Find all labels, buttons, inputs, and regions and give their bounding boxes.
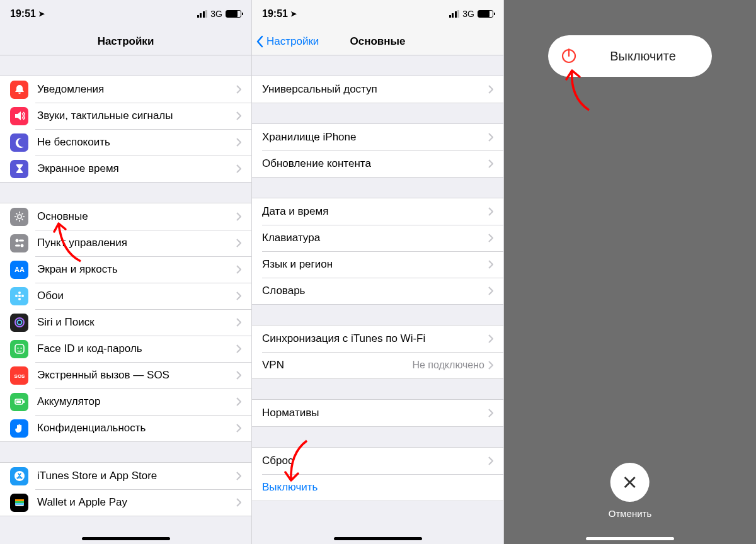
row-label: Дата и время [262, 205, 488, 218]
row-label: Выключить [262, 481, 493, 494]
settings-row-hand[interactable]: Конфиденциальность [0, 415, 251, 441]
row-label: Экранное время [37, 162, 236, 175]
row-label: Нормативы [262, 407, 488, 419]
row-label: Конфиденциальность [37, 422, 236, 434]
row-label: VPN [262, 359, 412, 371]
navbar: Настройки [0, 28, 251, 55]
status-time: 19:51 [262, 8, 288, 20]
settings-group-notifications: УведомленияЗвуки, тактильные сигналыНе б… [0, 76, 251, 183]
general-row[interactable]: Клавиатура [252, 225, 503, 251]
general-row[interactable]: VPNНе подключено [252, 352, 503, 378]
settings-row-switches[interactable]: Пункт управления [0, 230, 251, 256]
row-label: Звуки, тактильные сигналы [37, 110, 236, 122]
signal-icon [449, 10, 460, 18]
row-label: Аккумулятор [37, 395, 236, 408]
switches-icon [10, 234, 28, 252]
cancel-button[interactable] [610, 463, 650, 502]
settings-row-battery[interactable]: Аккумулятор [0, 388, 251, 415]
slide-label: Выключите [587, 49, 712, 64]
page-title: Основные [350, 35, 405, 48]
settings-row-hourglass[interactable]: Экранное время [0, 156, 251, 182]
row-label: Словарь [262, 285, 488, 297]
row-label: Экстренный вызов — SOS [37, 369, 236, 382]
home-indicator [334, 537, 422, 540]
settings-row-gear[interactable]: Основные [0, 203, 251, 230]
general-row[interactable]: Выключить [252, 474, 503, 501]
settings-group-general: ОсновныеПункт управленияЭкран и яркостьО… [0, 203, 251, 442]
general-row[interactable]: Универсальный доступ [252, 76, 503, 103]
settings-row-siri[interactable]: Siri и Поиск [0, 309, 251, 336]
battery-icon [226, 10, 241, 18]
row-label: Уведомления [37, 83, 236, 96]
general-row[interactable]: Нормативы [252, 400, 503, 426]
gear-icon [10, 208, 28, 226]
status-network: 3G [462, 9, 474, 19]
settings-row-aa[interactable]: Экран и яркость [0, 256, 251, 283]
row-label: Язык и регион [262, 258, 488, 271]
page-title: Настройки [98, 35, 154, 48]
settings-row-flower[interactable]: Обои [0, 283, 251, 309]
sos-icon [10, 366, 28, 385]
row-label: iTunes Store и App Store [37, 470, 236, 482]
general-row[interactable]: Язык и регион [252, 251, 503, 278]
row-detail: Не подключено [412, 360, 484, 371]
row-label: Siri и Поиск [37, 316, 236, 329]
row-label: Обновление контента [262, 157, 488, 170]
screen-general: 19:51➤ 3G Настройки Основные Универсальн… [252, 0, 504, 544]
settings-row-wallet[interactable]: Wallet и Apple Pay [0, 489, 251, 516]
power-icon [551, 38, 587, 74]
signal-icon [197, 10, 208, 18]
row-label: Не беспокоить [37, 136, 236, 149]
general-row[interactable]: Сброс [252, 448, 503, 474]
siri-icon [10, 314, 28, 332]
screen-power-off: Выключите Отменить [504, 0, 756, 544]
status-network: 3G [210, 9, 222, 19]
back-label: Настройки [266, 35, 319, 48]
row-label: Обои [37, 290, 236, 302]
location-icon: ➤ [38, 9, 45, 18]
sound-icon [10, 107, 28, 125]
row-label: Хранилище iPhone [262, 131, 488, 144]
back-button[interactable]: Настройки [256, 28, 319, 55]
home-indicator [586, 537, 674, 540]
hand-icon [10, 419, 28, 438]
settings-row-appstore[interactable]: iTunes Store и App Store [0, 463, 251, 489]
settings-row-moon[interactable]: Не беспокоить [0, 129, 251, 156]
general-group-accessibility: Универсальный доступ [252, 76, 503, 103]
battery-icon [478, 10, 493, 18]
general-row[interactable]: Словарь [252, 278, 503, 304]
settings-row-sound[interactable]: Звуки, тактильные сигналы [0, 103, 251, 129]
wallet-icon [10, 494, 28, 512]
general-row[interactable]: Синхронизация с iTunes по Wi-Fi [252, 326, 503, 352]
settings-row-bell[interactable]: Уведомления [0, 76, 251, 103]
settings-row-face[interactable]: Face ID и код-пароль [0, 336, 251, 362]
location-icon: ➤ [290, 9, 297, 18]
row-label: Клавиатура [262, 232, 488, 244]
settings-group-store: iTunes Store и App StoreWallet и Apple P… [0, 462, 251, 516]
face-icon [10, 340, 28, 358]
general-row[interactable]: Обновление контента [252, 150, 503, 177]
row-label: Основные [37, 210, 236, 223]
cancel-label: Отменить [609, 508, 652, 519]
moon-icon [10, 133, 28, 152]
bell-icon [10, 81, 28, 99]
battery-icon [10, 393, 28, 411]
row-label: Универсальный доступ [262, 83, 488, 96]
settings-row-sos[interactable]: Экстренный вызов — SOS [0, 362, 251, 388]
row-label: Синхронизация с iTunes по Wi-Fi [262, 332, 488, 345]
general-group-storage: Хранилище iPhoneОбновление контента [252, 123, 503, 178]
row-label: Пункт управления [37, 237, 236, 249]
general-row[interactable]: Дата и время [252, 198, 503, 225]
status-time: 19:51 [10, 8, 36, 20]
aa-icon [10, 261, 28, 279]
screen-settings: 19:51➤ 3G Настройки УведомленияЗвуки, та… [0, 0, 252, 544]
row-label: Face ID и код-пароль [37, 343, 236, 355]
hourglass-icon [10, 160, 28, 178]
appstore-icon [10, 467, 28, 485]
home-indicator [82, 537, 170, 540]
navbar: Настройки Основные [252, 28, 503, 55]
general-group-network: Синхронизация с iTunes по Wi-FiVPNНе под… [252, 325, 503, 379]
general-row[interactable]: Хранилище iPhone [252, 124, 503, 150]
cancel-area: Отменить [609, 463, 652, 519]
slide-to-power-off[interactable]: Выключите [548, 35, 712, 77]
